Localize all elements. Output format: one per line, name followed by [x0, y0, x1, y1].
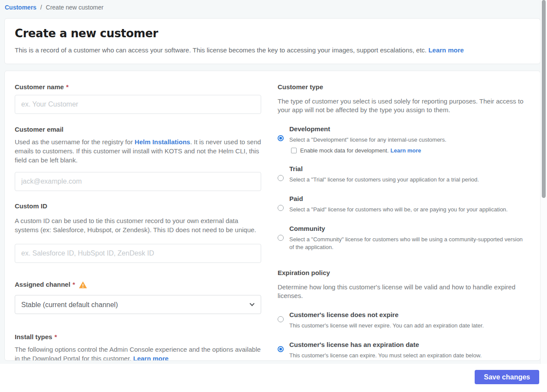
customer-name-label: Customer name* — [15, 83, 261, 91]
customer-type-heading: Customer type — [278, 83, 527, 91]
breadcrumb-link-customers[interactable]: Customers — [5, 4, 36, 11]
warning-icon — [79, 281, 87, 288]
custom-id-help: A custom ID can be used to tie this cust… — [15, 216, 261, 234]
paid-title[interactable]: Paid — [289, 194, 527, 203]
expiration-policy-description: Determine how long this customer's licen… — [278, 283, 527, 300]
does-not-expire-description: This customer's license will never expir… — [289, 322, 527, 330]
does-not-expire-title[interactable]: Customer's license does not expire — [289, 311, 527, 319]
page-header-card: Create a new customer This is a record o… — [4, 18, 541, 64]
license-does-not-expire-radio[interactable] — [278, 316, 284, 322]
required-asterisk: * — [66, 83, 68, 91]
mock-data-label: Enable mock data for development. — [300, 147, 389, 154]
trial-description: Select a "Trial" license for customers u… — [289, 176, 527, 184]
footer-bar: Save changes — [0, 364, 547, 392]
customer-email-field-group: Customer email Used as the username for … — [15, 125, 261, 191]
install-types-learn-more-link[interactable]: Learn more — [133, 355, 168, 361]
scrollbar-track[interactable] — [540, 0, 547, 364]
install-types-label: Install types* — [15, 333, 261, 341]
mock-data-checkbox[interactable] — [291, 148, 297, 153]
customer-email-input[interactable] — [15, 172, 261, 191]
save-changes-button[interactable]: Save changes — [475, 370, 539, 384]
customer-email-label: Customer email — [15, 125, 261, 134]
header-learn-more-link[interactable]: Learn more — [428, 46, 464, 54]
customer-type-option-community: Community Select a "Community" license f… — [278, 224, 527, 251]
install-types-help: The following options control the Admin … — [15, 345, 261, 361]
customer-email-help: Used as the username for the registry fo… — [15, 137, 261, 165]
community-description: Select a "Community" license for custome… — [289, 236, 527, 251]
custom-id-field-group: Custom ID A custom ID can be used to tie… — [15, 202, 261, 263]
breadcrumb-separator: / — [40, 4, 42, 11]
community-title[interactable]: Community — [289, 224, 527, 233]
customer-name-input[interactable] — [15, 95, 261, 114]
development-title[interactable]: Development — [289, 125, 527, 133]
scrollbar-thumb[interactable] — [542, 0, 546, 198]
page-description: This is a record of a customer who can a… — [15, 46, 530, 55]
assigned-channel-field-group: Assigned channel* Stable (current defaul… — [15, 280, 261, 314]
development-radio[interactable] — [278, 135, 284, 141]
community-radio[interactable] — [278, 235, 284, 241]
breadcrumb: Customers / Create new customer — [0, 0, 547, 11]
form-left-column: Customer name* Customer email Used as th… — [15, 83, 261, 360]
has-expiration-date-description: This customer's license can expire. You … — [289, 352, 527, 360]
page-description-text: This is a record of a customer who can a… — [15, 46, 427, 54]
has-expiration-date-title[interactable]: Customer's license has an expiration dat… — [289, 340, 527, 349]
breadcrumb-current: Create new customer — [46, 4, 104, 11]
development-description: Select a "Development" license for any i… — [289, 136, 527, 144]
assigned-channel-select[interactable]: Stable (current default channel) — [15, 295, 261, 314]
mock-data-row: Enable mock data for development. Learn … — [291, 147, 527, 154]
expiration-policy-section: Expiration policy Determine how long thi… — [278, 269, 527, 360]
customer-type-option-paid: Paid Select a "Paid" license for custome… — [278, 194, 527, 214]
page-title: Create a new customer — [15, 26, 530, 41]
trial-title[interactable]: Trial — [289, 165, 527, 173]
customer-type-description: The type of customer you select is used … — [278, 97, 527, 114]
assigned-channel-select-wrap: Stable (current default channel) — [15, 295, 261, 314]
mock-data-learn-more-link[interactable]: Learn more — [391, 147, 421, 154]
custom-id-label: Custom ID — [15, 202, 261, 211]
expiration-option-does-not-expire: Customer's license does not expire This … — [278, 311, 527, 330]
customer-type-option-development: Development Select a "Development" licen… — [278, 125, 527, 154]
form-right-column: Customer type The type of customer you s… — [278, 83, 527, 360]
helm-installations-link[interactable]: Helm Installations — [135, 138, 190, 146]
expiration-policy-heading: Expiration policy — [278, 269, 527, 277]
expiration-option-has-expiration-date: Customer's license has an expiration dat… — [278, 340, 527, 360]
install-types-field-group: Install types* The following options con… — [15, 333, 261, 361]
customer-type-section: Customer type The type of customer you s… — [278, 83, 527, 251]
trial-radio[interactable] — [278, 175, 284, 181]
paid-description: Select a "Paid" license for customers wh… — [289, 206, 527, 214]
license-has-expiration-date-radio[interactable] — [278, 346, 284, 352]
custom-id-input[interactable] — [15, 244, 261, 263]
paid-radio[interactable] — [278, 205, 284, 211]
customer-name-field-group: Customer name* — [15, 83, 261, 114]
assigned-channel-label: Assigned channel* — [15, 280, 261, 289]
customer-form-card: Customer name* Customer email Used as th… — [4, 71, 541, 361]
customer-type-option-trial: Trial Select a "Trial" license for custo… — [278, 165, 527, 184]
